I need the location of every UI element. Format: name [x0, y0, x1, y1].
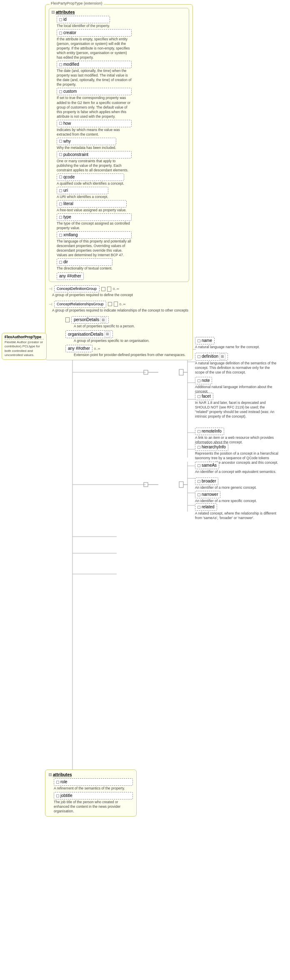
bottom-attr-role-icon	[56, 781, 59, 784]
bottom-attr-role-desc: A refinement of the semantics of the pro…	[54, 786, 129, 791]
person-details-row: personDetails ⊞	[49, 316, 189, 324]
attr-id-desc: The local identifier of the property.	[57, 24, 110, 28]
attr-qcode-icon	[59, 176, 62, 178]
concept-definition-group: ConceptDefinitionGroup	[54, 285, 100, 292]
any-other-element: any ##other	[57, 272, 84, 280]
concept-definition-group-desc: A group of properties required to define…	[52, 293, 133, 297]
right-related: related	[195, 503, 217, 511]
flex-author-type-name: FlexAuthorPropType	[5, 335, 44, 339]
attr-qcode: qcode	[57, 173, 124, 181]
right-broader: broader	[195, 478, 218, 485]
attr-why-row: why Why the metadata has been included.	[52, 138, 186, 150]
person-details-desc: A set of properties specific to a person…	[74, 324, 135, 328]
attributes-group: attributes id The local identifier of th…	[49, 8, 189, 282]
flex-author-type-desc: Flexible Author (creator or contributor)…	[5, 340, 44, 358]
right-broader-row: broader An identifier of a more generic …	[195, 478, 257, 490]
attr-type-icon	[59, 216, 62, 219]
right-facet-row: facet In NAR 1.8 and later, facet is dep…	[195, 393, 278, 419]
bottom-attributes-label: attributes	[53, 772, 72, 777]
right-narrower-icon	[198, 493, 200, 496]
attr-uri-desc: A URI which identifies a concept.	[57, 195, 108, 199]
attr-how-row: how Indicates by which means the value w…	[52, 120, 186, 137]
right-name-icon	[198, 339, 200, 342]
attr-how: how	[57, 120, 132, 127]
attr-id: id	[57, 16, 110, 23]
right-hierarchy-info: hierarchyInfo	[195, 443, 228, 451]
right-facet-icon	[198, 395, 200, 398]
concept-relationships-group-desc: A group of properties required to indica…	[52, 308, 188, 312]
person-details-bracket	[65, 317, 70, 322]
attr-literal: literal	[57, 200, 127, 208]
attr-pubconstraint-desc: One or many constraints that apply to pu…	[57, 159, 132, 173]
attr-type-desc: The type of the concept assigned as cont…	[57, 221, 132, 230]
attr-dir-row: dir The directionality of textual conten…	[52, 258, 186, 271]
attr-uri-row: uri A URI which identifies a concept.	[52, 187, 186, 199]
attr-pubconstraint: pubconstraint	[57, 151, 132, 158]
right-same-as-desc: An identifier of a concept with equivale…	[195, 470, 276, 474]
crg-mult: 0..∞	[120, 302, 126, 306]
attr-creator-icon	[59, 32, 62, 35]
right-definition-ext: ⊞	[220, 354, 225, 360]
attr-id-icon	[59, 18, 62, 21]
right-remote-info-row: remoteInfo A link to an item or a web re…	[195, 428, 278, 445]
attr-custom: custom	[57, 88, 132, 95]
connector-left: ⊣	[49, 287, 52, 291]
attr-modified-icon	[59, 63, 62, 66]
right-name-desc: A natural language name for the concept.	[195, 345, 260, 349]
attr-dir-desc: The directionality of textual content.	[57, 266, 112, 271]
attr-id-row: id The local identifier of the property.	[52, 16, 186, 28]
attr-modified: modified	[57, 61, 132, 68]
attr-literal-desc: A free-text value assigned as property v…	[57, 208, 127, 213]
right-note: note	[195, 377, 212, 384]
attr-why-desc: Why the metadata has been included.	[57, 146, 116, 150]
connector-box-2	[108, 302, 112, 306]
right-name-row: name A natural language name for the con…	[195, 337, 260, 349]
bottom-attr-jobtitle-row: jobtitle The job title of the person who…	[49, 792, 133, 814]
bottom-attr-role: role	[54, 778, 133, 786]
attr-why-icon	[59, 140, 62, 143]
attr-how-icon	[59, 122, 62, 125]
right-narrower: narrower	[195, 491, 220, 498]
connector-left-2: ⊣	[49, 302, 52, 307]
attr-creator-row: creator If the attribute is empty, speci…	[52, 29, 186, 60]
right-remote-info: remoteInfo	[195, 428, 224, 435]
person-details: personDetails ⊞	[71, 316, 109, 324]
right-related-row: related A related concept, where the rel…	[195, 503, 278, 520]
right-narrower-desc: An identifier of a more specific concept…	[195, 499, 257, 503]
attr-type: type	[57, 213, 132, 221]
right-definition-row: definition ⊞ A natural language definiti…	[195, 353, 278, 375]
bottom-attributes-label-row: attributes	[49, 772, 133, 777]
attr-pubconstraint-icon	[59, 153, 62, 156]
attr-xmllang-row: xmllang The language of this property an…	[52, 231, 186, 257]
attr-modified-row: modified The date (and, optionally, the …	[52, 61, 186, 87]
right-name: name	[195, 337, 215, 344]
right-facet: facet	[195, 393, 213, 400]
flex-author-prop-type-box: FlexAuthorPropType Flexible Author (crea…	[2, 333, 47, 360]
organisation-details-desc: A group of properties specific to an org…	[74, 339, 150, 343]
svg-rect-43	[179, 482, 183, 488]
svg-rect-39	[179, 369, 183, 375]
any-other-2-desc: Extension point for provider-defined pro…	[74, 353, 185, 357]
attr-uri-icon	[59, 189, 62, 192]
attr-qcode-desc: A qualified code which identifies a conc…	[57, 181, 124, 186]
right-note-icon	[198, 379, 200, 382]
attr-xmllang-icon	[59, 234, 62, 237]
svg-rect-37	[144, 370, 148, 374]
bottom-attr-jobtitle: jobtitle	[54, 792, 133, 799]
organisation-details-row: organisationDetails ⊞	[49, 330, 189, 338]
attr-qcode-row: qcode A qualified code which identifies …	[52, 173, 186, 186]
any-other-2-mult: 0..∞	[94, 347, 100, 351]
attr-xmllang: xmllang	[57, 231, 132, 239]
bracket-2	[114, 302, 118, 307]
attr-why: why	[57, 138, 116, 145]
flex-party-prop-type-title: FlexPartyPropType (extension)	[50, 1, 104, 5]
any-other-row: any ##other	[52, 272, 186, 280]
bottom-attributes-icon	[49, 773, 52, 776]
concept-relationships-group: ConceptRelationshipsGroup	[54, 301, 106, 308]
bottom-attributes-box: attributes role A refinement of the sema…	[45, 770, 137, 817]
attr-xmllang-desc: The language of this property and potent…	[57, 239, 132, 257]
right-note-row: note Additional natural language informa…	[195, 377, 278, 394]
attr-custom-desc: If set to true the corresponding propert…	[57, 96, 132, 119]
attributes-icon	[52, 11, 55, 14]
any-other-2-element: any ##other	[65, 345, 92, 352]
